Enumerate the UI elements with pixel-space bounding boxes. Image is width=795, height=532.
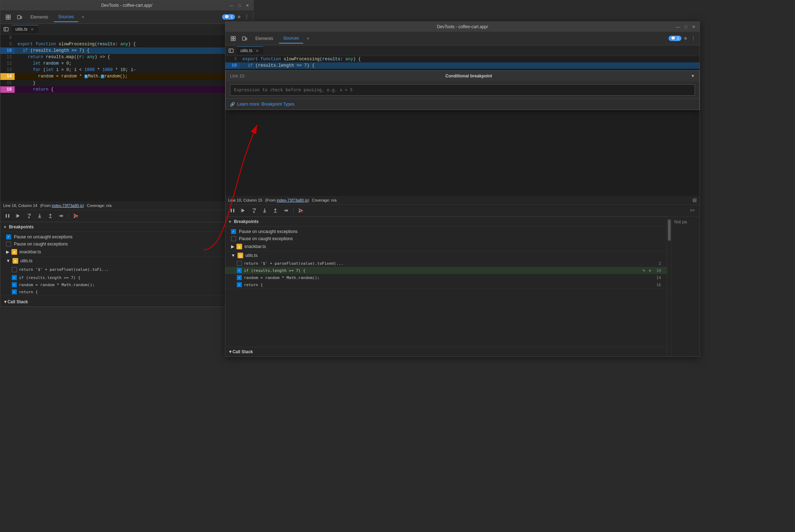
console-badge[interactable]: 💬 1: [222, 14, 235, 20]
left-bp-checkbox-2[interactable]: [12, 275, 17, 280]
minimize-btn[interactable]: —: [228, 2, 235, 8]
right-settings-icon[interactable]: ⚙: [683, 34, 688, 42]
right-debug-more[interactable]: >>: [688, 207, 697, 214]
right-sidebar-toggle-btn[interactable]: [227, 46, 235, 55]
scrollbar-thumb[interactable]: [668, 219, 671, 241]
tab-elements[interactable]: Elements: [26, 12, 52, 22]
right-bp-item-2[interactable]: if (results.length >= 7) { ✎ ✕ 10: [225, 267, 667, 274]
right-minimize-btn[interactable]: —: [674, 24, 681, 30]
left-utils-arrow: ▼: [6, 258, 10, 263]
right-deactivate-btn[interactable]: [296, 206, 305, 215]
cond-bp-learn-more-link[interactable]: 🔗 Learn more: Breakpoint Types: [230, 102, 695, 107]
inspect-icon[interactable]: [3, 12, 13, 22]
left-breakpoints-header[interactable]: ▼ Breakpoints: [0, 222, 253, 232]
right-maximize-btn[interactable]: □: [683, 24, 689, 30]
right-step-btn[interactable]: [282, 206, 290, 215]
right-bp-code-2: if (results.length >= 7) {: [244, 268, 305, 273]
pause-caught-option[interactable]: Pause on caught exceptions: [0, 240, 253, 248]
left-utils-header[interactable]: ▼ {} utils.ts: [0, 257, 253, 265]
left-bp-item-1[interactable]: return '$' + parseFloat(value).toFi... 2…: [0, 265, 253, 274]
right-console-badge[interactable]: 💬 1: [669, 36, 681, 41]
right-bp-item-4[interactable]: return { 16: [225, 281, 667, 288]
left-bp-item-3[interactable]: random = random * Math.random(); 14: [0, 281, 253, 288]
tab-more[interactable]: »: [80, 14, 86, 21]
code-line-14: 14 random = random * BMath.Drandom();: [0, 73, 253, 80]
right-scrollbar[interactable]: [667, 217, 671, 356]
right-close-btn[interactable]: ✕: [691, 24, 697, 30]
settings-icon[interactable]: ⚙: [236, 13, 242, 21]
resume-btn[interactable]: [14, 212, 22, 220]
right-bp-edit-2[interactable]: ✎: [642, 268, 645, 273]
right-breakpoints-title: Breakpoints: [234, 219, 259, 224]
pause-uncaught-option[interactable]: Pause on uncaught exceptions: [0, 233, 253, 240]
right-pause-uncaught-label: Pause on uncaught exceptions: [239, 229, 298, 234]
right-pause-caught-option[interactable]: Pause on caught exceptions: [225, 235, 667, 242]
step-into-btn[interactable]: [35, 212, 44, 220]
left-snackbar-header[interactable]: ▶ {} snackbar.ts: [0, 248, 253, 256]
right-more-options-icon[interactable]: ⋮: [690, 34, 697, 42]
right-tab-sources[interactable]: Sources: [279, 34, 303, 44]
left-bp-code-1: return '$' + parseFloat(value).toFi...: [19, 267, 109, 272]
right-callstack-header[interactable]: ▼ Call Stack: [225, 347, 667, 356]
left-callstack-header[interactable]: ▼ Call Stack: [0, 297, 253, 306]
right-bp-line-2: 10: [656, 268, 661, 273]
cond-bp-expression-input[interactable]: [230, 84, 695, 96]
right-snackbar-icon: {}: [236, 244, 242, 249]
right-bp-checkbox-3[interactable]: [237, 275, 242, 280]
right-tab-more[interactable]: »: [305, 35, 311, 42]
tab-sources[interactable]: Sources: [54, 12, 78, 22]
right-file-tab-utils[interactable]: utils.ts ✕: [237, 46, 263, 55]
right-bp-delete-2[interactable]: ✕: [649, 268, 651, 273]
more-options-icon[interactable]: ⋮: [243, 13, 250, 21]
right-bp-checkbox-4[interactable]: [237, 282, 242, 287]
right-bp-item-1[interactable]: return '$' + parseFloat(value).toFixed(.…: [225, 260, 667, 267]
cond-bp-dropdown-arrow[interactable]: ▼: [691, 74, 695, 78]
pause-caught-checkbox[interactable]: [6, 242, 11, 247]
right-bp-item-3[interactable]: random = random * Math.random(); 14: [225, 274, 667, 281]
left-snackbar-name: snackbar.ts: [19, 249, 41, 254]
breakpoints-arrow-icon: ▼: [3, 225, 7, 229]
left-bp-checkbox-1[interactable]: [12, 267, 17, 272]
left-bp-item-2[interactable]: if (results.length >= 7) { 10: [0, 274, 253, 281]
right-pause-btn[interactable]: [228, 206, 237, 215]
left-status-file-link[interactable]: index-73f73a80.js: [52, 203, 83, 208]
left-statusbar: Line 16, Column 14 (From index-73f73a80.…: [0, 201, 253, 210]
right-file-tab-close[interactable]: ✕: [255, 49, 260, 53]
sidebar-toggle-btn[interactable]: [2, 25, 10, 34]
pause-uncaught-checkbox[interactable]: [6, 234, 11, 239]
pause-btn[interactable]: [3, 212, 12, 220]
right-pause-uncaught-checkbox[interactable]: [231, 229, 236, 234]
right-snackbar-header[interactable]: ▶ {} snackbar.ts: [225, 242, 667, 251]
right-bp-checkbox-1[interactable]: [237, 261, 242, 266]
step-over-btn[interactable]: [25, 212, 33, 220]
right-status-file-link[interactable]: index-73f73a80.js: [277, 198, 308, 202]
right-utils-header[interactable]: ▼ {} utils.ts: [225, 251, 667, 260]
device-icon[interactable]: [15, 12, 25, 22]
left-file-tab-close[interactable]: ✕: [30, 27, 35, 32]
right-step-over-btn[interactable]: [250, 206, 258, 215]
right-breakpoints-header[interactable]: ▼ Breakpoints: [225, 217, 667, 227]
right-step-out-btn[interactable]: [271, 206, 280, 215]
maximize-btn[interactable]: □: [237, 2, 242, 8]
right-bp-checkbox-2[interactable]: [237, 268, 242, 273]
close-btn[interactable]: ✕: [244, 2, 250, 9]
right-tab-elements[interactable]: Elements: [251, 34, 278, 43]
right-console-drawer-icon[interactable]: ⊟: [692, 197, 697, 203]
right-pause-caught-checkbox[interactable]: [231, 236, 236, 241]
step-out-btn[interactable]: [46, 212, 55, 220]
left-file-tab-utils[interactable]: utils.ts ✕: [12, 25, 38, 33]
svg-rect-19: [231, 209, 232, 212]
step-btn[interactable]: [57, 212, 65, 220]
right-resume-btn[interactable]: [239, 206, 248, 215]
right-device-icon[interactable]: [240, 34, 250, 44]
left-bp-item-4[interactable]: return { 16: [0, 288, 253, 295]
right-pause-uncaught-option[interactable]: Pause on uncaught exceptions: [225, 228, 667, 235]
cond-bp-line-label: Line 10:: [230, 74, 245, 78]
left-bp-checkbox-4[interactable]: [12, 289, 17, 294]
right-inspect-icon[interactable]: [228, 34, 238, 44]
right-bp-line-1: 2: [659, 261, 661, 266]
deactivate-btn[interactable]: [71, 212, 80, 220]
right-tabbar: Elements Sources » 💬 1 ⚙ ⋮: [225, 32, 700, 45]
left-bp-checkbox-3[interactable]: [12, 282, 17, 287]
right-step-into-btn[interactable]: [260, 206, 269, 215]
